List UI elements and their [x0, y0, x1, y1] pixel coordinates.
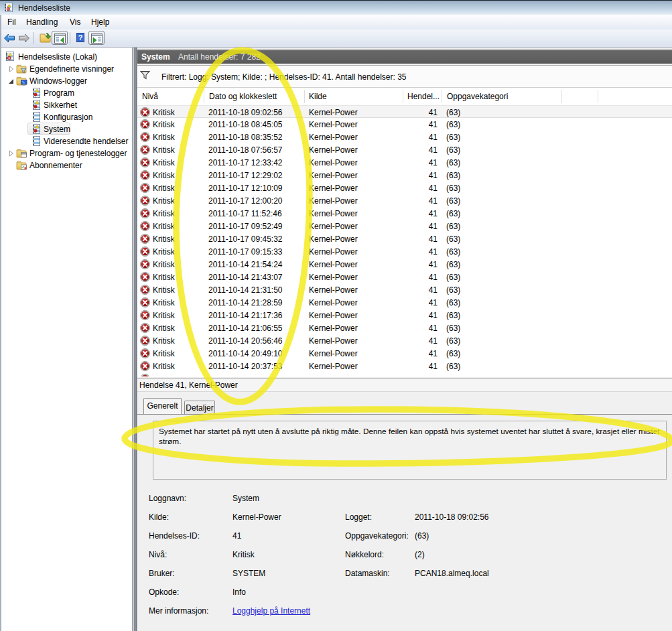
svg-text:?: ? [78, 33, 83, 42]
